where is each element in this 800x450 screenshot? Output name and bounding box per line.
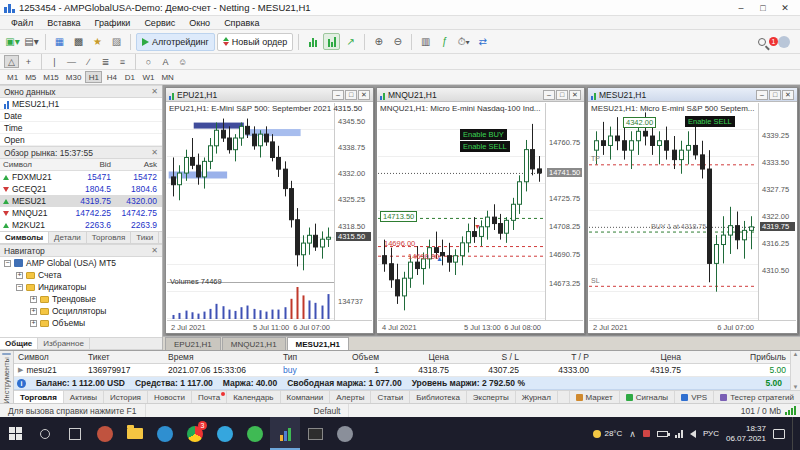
timeframe-d1[interactable]: D1 xyxy=(121,71,138,83)
position-row[interactable]: ▶mesu21 136979917 2021.07.06 15:33:06 bu… xyxy=(14,364,790,377)
tab-symbols[interactable]: Символы xyxy=(0,232,49,243)
chart-restore-button[interactable]: □ xyxy=(769,90,781,100)
enable-buy-button[interactable]: Enable BUY xyxy=(460,129,507,140)
market-watch-row[interactable]: M2KU21 2263.6 2263.9 xyxy=(0,219,162,231)
toolbox-icon[interactable]: ▨ xyxy=(108,33,125,50)
arrows-tool-icon[interactable]: ☺ xyxy=(175,55,190,68)
chart-window-titlebar[interactable]: MESU21,H1 – □ ✕ xyxy=(588,88,797,102)
profile-selector[interactable]: Default xyxy=(306,404,350,417)
trendline-icon[interactable]: ∕ xyxy=(81,55,96,68)
market-watch-row[interactable]: GCEQ21 1804.5 1804.6 xyxy=(0,183,162,195)
market-watch-row[interactable]: FDXMU21 15471 15472 xyxy=(0,171,162,183)
chart-profiles-icon[interactable]: ▤▾ xyxy=(23,33,40,50)
timeframe-m1[interactable]: M1 xyxy=(4,71,21,83)
data-window-icon[interactable]: ▩ xyxy=(70,33,87,50)
navigator-item-oscillators[interactable]: + Осцилляторы xyxy=(0,305,162,317)
time-scale[interactable]: 2 Jul 2021 5 Jul 11:00 6 Jul 07:00 xyxy=(167,320,372,332)
text-tool-icon[interactable]: A xyxy=(158,55,173,68)
taskbar-app-metatrader[interactable] xyxy=(270,417,300,450)
taskbar-app-telegram[interactable] xyxy=(210,417,240,450)
chart-window-epu21[interactable]: EPU21,H1 – □ ✕ EPU21,H1: E-Mini S&P 500:… xyxy=(165,87,374,334)
chart-window-titlebar[interactable]: EPU21,H1 – □ ✕ xyxy=(166,88,373,102)
chart-minimize-button[interactable]: – xyxy=(543,90,555,100)
expand-icon[interactable]: + xyxy=(30,320,37,327)
chart-tab-epu21[interactable]: EPU21,H1 xyxy=(165,337,221,350)
enable-sell-button[interactable]: Enable SELL xyxy=(460,141,510,152)
taskbar-start-button[interactable] xyxy=(0,417,30,450)
chart-restore-button[interactable]: □ xyxy=(345,90,357,100)
chart-tab-mesu21[interactable]: MESU21,H1 xyxy=(287,337,349,350)
price-scale[interactable]: 14760.7514743.2514725.7514708.2514690.75… xyxy=(545,103,583,320)
crosshair-tool-icon[interactable]: + xyxy=(21,55,36,68)
timeframe-m5[interactable]: M5 xyxy=(22,71,39,83)
toolbox-scrollbar[interactable]: ▲▼ xyxy=(790,351,800,390)
battery-icon[interactable] xyxy=(657,431,668,437)
chart-window-mesu21[interactable]: MESU21,H1 – □ ✕ MESU21,H1: Micro E-mini … xyxy=(587,87,798,334)
navigator-item-volumes[interactable]: + Объемы xyxy=(0,317,162,329)
navigator-item-trend[interactable]: + Трендовые xyxy=(0,293,162,305)
timeframe-mn[interactable]: MN xyxy=(158,71,176,83)
search-icon[interactable] xyxy=(758,38,766,46)
fibonacci-icon[interactable]: ≡ xyxy=(115,55,130,68)
menu-window[interactable]: Окно xyxy=(182,18,217,28)
timeframe-m30[interactable]: M30 xyxy=(63,71,85,83)
chart-plot[interactable]: Enable BUY Enable SELL 14713.50 14696.00… xyxy=(378,103,545,320)
tab-details[interactable]: Детали xyxy=(49,232,87,243)
chart-plot[interactable]: 4342.00 Enable SELL TP BUY 1 at 4318.75 … xyxy=(589,103,758,320)
expand-position-icon[interactable]: ▶ xyxy=(18,366,23,374)
menu-insert[interactable]: Вставка xyxy=(40,18,87,28)
menu-file[interactable]: Файл xyxy=(4,18,40,28)
timeframe-h4[interactable]: H4 xyxy=(103,71,120,83)
algotrading-button[interactable]: Алготрейдинг xyxy=(136,33,215,51)
market-watch-row[interactable]: MNQU21 14742.25 14742.75 xyxy=(0,207,162,219)
collapse-icon[interactable]: − xyxy=(16,284,23,291)
taskbar-app-terminal[interactable] xyxy=(300,417,330,450)
cursor-tool-icon[interactable]: △ xyxy=(4,55,19,68)
market-watch-close-icon[interactable]: ✕ xyxy=(151,148,158,157)
indicators-icon[interactable]: ƒ xyxy=(436,33,453,50)
expand-icon[interactable]: + xyxy=(30,308,37,315)
menu-help[interactable]: Справка xyxy=(217,18,266,28)
taskbar-search-button[interactable] xyxy=(30,417,60,450)
price-scale[interactable]: 4345.504338.754332.004325.254318.504315.… xyxy=(334,103,372,320)
show-desktop-button[interactable] xyxy=(792,417,796,450)
menu-charts[interactable]: Графики xyxy=(88,18,138,28)
channel-icon[interactable]: ≣ xyxy=(98,55,113,68)
navigator-icon[interactable]: ★ xyxy=(89,33,106,50)
zoom-in-icon[interactable]: ⊕ xyxy=(370,33,387,50)
chart-close-button[interactable]: ✕ xyxy=(358,90,370,100)
time-scale[interactable]: 2 Jul 2021 6 Jul 07:00 xyxy=(589,320,796,332)
chart-restore-button[interactable]: □ xyxy=(556,90,568,100)
tab-common[interactable]: Общие xyxy=(0,338,38,349)
taskbar-clock[interactable]: 18:37 06.07.2021 xyxy=(726,424,766,442)
network-icon[interactable] xyxy=(675,430,683,438)
expand-icon[interactable]: + xyxy=(30,296,37,303)
navigator-item-accounts[interactable]: + Счета xyxy=(0,269,162,281)
taskbar-app-whatsapp[interactable] xyxy=(240,417,270,450)
collapse-icon[interactable]: − xyxy=(4,260,11,267)
enable-sell-button[interactable]: Enable SELL xyxy=(685,116,735,127)
volume-icon[interactable] xyxy=(690,430,696,438)
timeframes-dropdown-icon[interactable]: ⏱▾ xyxy=(455,33,472,50)
price-scale[interactable]: 4339.254333.504327.754322.004316.254310.… xyxy=(758,103,796,320)
toolbox-side-strip[interactable]: Инструменты xyxy=(0,351,14,404)
zoom-out-icon[interactable]: ⊖ xyxy=(389,33,406,50)
taskbar-app-mail[interactable] xyxy=(90,417,120,450)
timeframe-m15[interactable]: M15 xyxy=(40,71,62,83)
taskbar-app-explorer[interactable] xyxy=(120,417,150,450)
chart-window-mnqu21[interactable]: MNQU21,H1 – □ ✕ MNQU21,H1: Micro E-mini … xyxy=(376,87,585,334)
weather-widget[interactable]: 28°C xyxy=(593,429,622,438)
bars-chart-icon[interactable] xyxy=(304,33,321,50)
tab-favorites[interactable]: Избранное xyxy=(38,338,90,349)
tray-app-icon[interactable] xyxy=(643,430,650,437)
data-window-symbol-row[interactable]: MESU21,H1 xyxy=(0,98,162,110)
vertical-line-icon[interactable]: | xyxy=(47,55,62,68)
new-order-button[interactable]: Новый ордер xyxy=(217,33,293,51)
chart-tab-mnqu21[interactable]: MNQU21,H1 xyxy=(222,337,286,350)
chart-minimize-button[interactable]: – xyxy=(332,90,344,100)
menu-service[interactable]: Сервис xyxy=(137,18,182,28)
taskbar-app-chrome[interactable]: 3 xyxy=(180,417,210,450)
horizontal-line-icon[interactable]: — xyxy=(64,55,79,68)
chart-window-titlebar[interactable]: MNQU21,H1 – □ ✕ xyxy=(377,88,584,102)
taskbar-app-edge[interactable] xyxy=(150,417,180,450)
